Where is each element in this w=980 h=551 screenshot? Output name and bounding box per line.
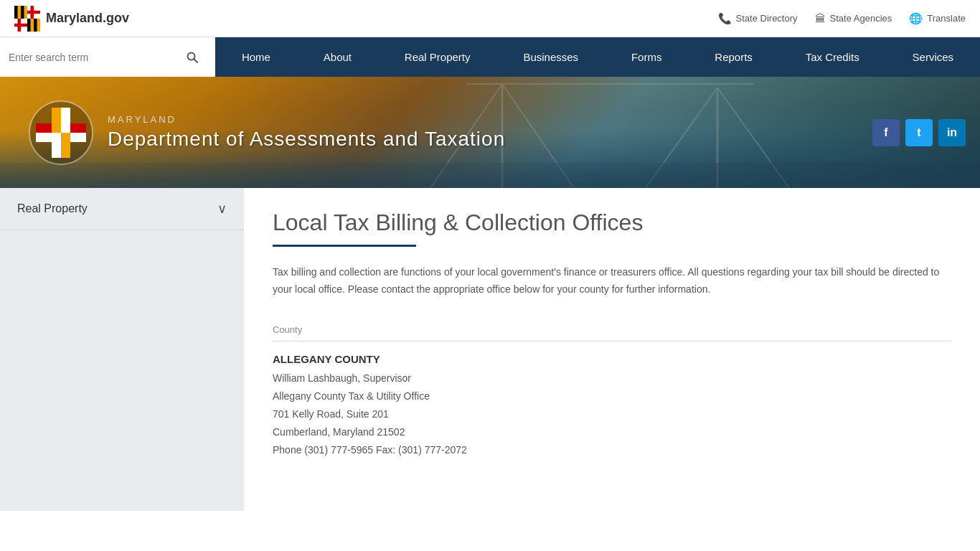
address-line2: Cumberland, Maryland 21502 [273, 423, 951, 441]
nav-home[interactable]: Home [233, 37, 279, 77]
globe-icon: 🌐 [909, 12, 923, 25]
sidebar-item-real-property[interactable]: Real Property ∨ [0, 188, 244, 230]
nav-forms[interactable]: Forms [623, 37, 671, 77]
logo-text: Maryland.gov [46, 11, 129, 26]
maryland-gov-logo[interactable]: Maryland.gov [14, 6, 129, 32]
svg-rect-25 [52, 108, 61, 133]
svg-rect-5 [27, 10, 40, 14]
svg-rect-2 [21, 6, 24, 19]
office-name: Allegany County Tax & Utility Office [273, 387, 951, 405]
building-icon: 🏛 [815, 12, 826, 24]
hero-text: MARYLAND Department of Assessments and T… [108, 114, 505, 151]
county-details: William Lashbaugh, Supervisor Allegany C… [273, 369, 951, 460]
svg-rect-26 [61, 108, 70, 133]
nav-bar: Home About Real Property Businesses Form… [0, 37, 980, 77]
twitter-button[interactable]: t [905, 119, 933, 146]
hero-content: MARYLAND Department of Assessments and T… [0, 77, 980, 188]
title-underline [273, 245, 416, 247]
main-layout: Real Property ∨ Local Tax Billing & Coll… [0, 188, 980, 511]
nav-services[interactable]: Services [904, 37, 963, 77]
svg-rect-31 [36, 133, 52, 142]
top-bar: Maryland.gov 📞 State Directory 🏛 State A… [0, 0, 980, 37]
content-area: Local Tax Billing & Collection Offices T… [244, 188, 980, 511]
state-directory-link[interactable]: 📞 State Directory [718, 12, 798, 25]
nav-about[interactable]: About [315, 37, 360, 77]
svg-rect-32 [70, 133, 86, 142]
translate-link[interactable]: 🌐 Translate [909, 12, 966, 25]
main-nav: Home About Real Property Businesses Form… [215, 37, 980, 77]
svg-rect-29 [36, 123, 52, 133]
search-icon [187, 52, 198, 63]
search-button[interactable] [187, 52, 198, 63]
search-area [0, 37, 215, 77]
hero-maryland-label: MARYLAND [108, 114, 505, 125]
svg-rect-11 [34, 19, 37, 32]
svg-rect-1 [14, 6, 18, 19]
phone-fax: Phone (301) 777-5965 Fax: (301) 777-2072 [273, 441, 951, 459]
svg-rect-10 [27, 19, 31, 32]
hero-banner: MARYLAND Department of Assessments and T… [0, 77, 980, 188]
svg-rect-28 [61, 133, 70, 158]
nav-real-property[interactable]: Real Property [396, 37, 479, 77]
county-column-header: County [273, 324, 951, 342]
page-title: Local Tax Billing & Collection Offices [273, 209, 951, 236]
sidebar-item-label: Real Property [17, 202, 88, 215]
svg-rect-30 [70, 123, 86, 133]
maryland-flag-icon [14, 6, 40, 32]
svg-rect-8 [14, 23, 27, 27]
nav-reports[interactable]: Reports [706, 37, 761, 77]
search-input[interactable] [9, 52, 181, 63]
page-intro: Tax billing and collection are functions… [273, 264, 951, 298]
nav-businesses[interactable]: Businesses [514, 37, 587, 77]
phone-icon: 📞 [718, 12, 732, 25]
top-bar-links: 📞 State Directory 🏛 State Agencies 🌐 Tra… [718, 12, 966, 25]
linkedin-button[interactable]: in [938, 119, 966, 146]
county-entry-allegany: ALLEGANY COUNTY William Lashbaugh, Super… [273, 353, 951, 460]
svg-line-13 [194, 59, 198, 62]
county-name: ALLEGANY COUNTY [273, 353, 951, 365]
chevron-down-icon: ∨ [217, 201, 227, 217]
facebook-button[interactable]: f [872, 119, 900, 146]
hero-social: f t in [872, 119, 966, 146]
state-seal-icon [29, 100, 93, 165]
sidebar: Real Property ∨ [0, 188, 244, 511]
contact-name: William Lashbaugh, Supervisor [273, 369, 951, 387]
address-line1: 701 Kelly Road, Suite 201 [273, 405, 951, 423]
state-agencies-link[interactable]: 🏛 State Agencies [815, 12, 892, 24]
hero-dept-name: Department of Assessments and Taxation [108, 128, 505, 151]
hero-logo [29, 100, 93, 165]
svg-rect-27 [52, 133, 61, 158]
nav-tax-credits[interactable]: Tax Credits [797, 37, 868, 77]
